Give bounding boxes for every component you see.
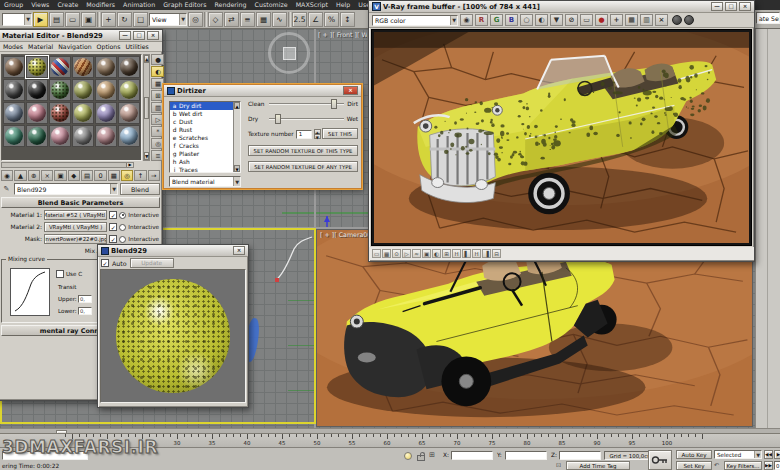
material-id-channel-icon[interactable]: 0: [94, 170, 106, 181]
y-coordinate-field[interactable]: [505, 451, 547, 460]
material-slot[interactable]: [118, 79, 140, 101]
menu-views[interactable]: Views: [27, 0, 53, 10]
me-menu-utilities[interactable]: Utilities: [123, 43, 150, 50]
vfb-status-icon[interactable]: ⊟: [492, 249, 501, 258]
make-unique-icon[interactable]: ◆: [68, 170, 80, 181]
select-object-icon[interactable]: ▶: [33, 12, 48, 27]
clear-image-icon[interactable]: ⊘: [565, 14, 578, 26]
material-slot[interactable]: [49, 56, 71, 78]
menu-create[interactable]: Create: [53, 0, 82, 10]
vfb-status-icon[interactable]: ▐: [482, 249, 491, 258]
parameter-value-button[interactable]: VRayMtl ( VRayMtl ): [44, 222, 107, 232]
align-icon[interactable]: ≡: [240, 12, 255, 27]
duplicate-buffer-icon[interactable]: ▭: [580, 14, 593, 26]
spline-curve-object[interactable]: [270, 232, 316, 286]
go-to-start-button[interactable]: ◀◀: [764, 450, 773, 459]
parameter-value-button[interactable]: Material #52 ( VRayMtl ): [44, 210, 107, 220]
absolute-offset-icon[interactable]: ⊞: [429, 451, 435, 459]
vfb-status-icon[interactable]: ◐: [432, 249, 441, 258]
key-filters-button[interactable]: Key Filters...: [724, 461, 762, 470]
layer-manager-icon[interactable]: ▦: [256, 12, 271, 27]
put-to-library-icon[interactable]: ▤: [81, 170, 93, 181]
material-slot[interactable]: [3, 79, 25, 101]
auto-key-button[interactable]: Auto Key: [676, 450, 712, 459]
dirt-type-ash[interactable]: hAsh: [170, 158, 240, 166]
interactive-radio[interactable]: [119, 236, 126, 243]
vfb-titlebar[interactable]: V V-Ray frame buffer - [100% of 784 x 44…: [369, 1, 754, 13]
show-map-in-viewport-icon[interactable]: ▦: [108, 170, 120, 181]
material-slot[interactable]: [95, 79, 117, 101]
window-crossing-icon[interactable]: ▣: [81, 12, 96, 27]
set-random-any-type-button[interactable]: SET RANDOM TEXTURE OF ANY TYPE: [248, 161, 358, 172]
material-type-button[interactable]: Blend: [120, 183, 160, 195]
scroll-up-icon[interactable]: ▲: [144, 55, 149, 63]
angle-snap-icon[interactable]: ∠: [308, 12, 323, 27]
track-mouse-icon[interactable]: +: [610, 14, 623, 26]
slider-handle[interactable]: [275, 114, 281, 124]
material-slot[interactable]: [72, 102, 94, 124]
reset-map-icon[interactable]: ×: [41, 170, 53, 181]
put-material-to-scene-icon[interactable]: ▲: [14, 170, 26, 181]
x-coordinate-field[interactable]: [451, 451, 493, 460]
dirt-type-scratches[interactable]: eScratches: [170, 134, 240, 142]
scrollbar-thumb[interactable]: [144, 97, 149, 119]
me-menu-options[interactable]: Options: [95, 43, 123, 50]
parameter-value-button[interactable]: (InvertPower)#22#0.jpg): [44, 234, 107, 244]
use-curve-checkbox[interactable]: [56, 270, 64, 278]
minimize-icon[interactable]: —: [119, 31, 131, 40]
dirt-type-cracks[interactable]: fCracks: [170, 142, 240, 150]
show-colors-icon[interactable]: ◉: [460, 14, 473, 26]
slots-scrollbar[interactable]: ▲ ▼: [143, 54, 150, 161]
me-menu-material[interactable]: Material: [26, 43, 55, 50]
update-button[interactable]: Update: [130, 258, 174, 268]
save-image-icon[interactable]: ▼: [550, 14, 563, 26]
vfb-status-icon[interactable]: H: [452, 249, 461, 258]
vfb-round-button[interactable]: [684, 15, 694, 25]
use-pivot-center-icon[interactable]: ◎: [188, 12, 203, 27]
region-render-icon[interactable]: ▦: [625, 14, 638, 26]
scroll-right-icon[interactable]: ▶: [126, 163, 133, 167]
material-slot[interactable]: [49, 125, 71, 147]
material-slot[interactable]: [72, 56, 94, 78]
blend-preview-titlebar[interactable]: Blend929 ×: [98, 245, 248, 257]
current-frame-field[interactable]: 0: [774, 461, 780, 470]
go-forward-to-sibling-icon[interactable]: →: [148, 170, 160, 181]
selection-lock-icon[interactable]: [417, 455, 425, 461]
texture-number-spinner[interactable]: ▲▼: [314, 129, 321, 139]
selection-filter-dropdown[interactable]: ▼: [2, 13, 32, 26]
set-key-button[interactable]: Set Key: [676, 461, 712, 470]
set-this-button[interactable]: SET THIS: [322, 128, 358, 139]
dirt-type-wet-dirt[interactable]: bWet dirt: [170, 110, 240, 118]
dirt-type-dry-dirt[interactable]: aDry dirt: [170, 102, 240, 110]
auto-checkbox[interactable]: ✓: [101, 259, 109, 267]
scroll-up-icon[interactable]: ▲: [234, 102, 240, 109]
dirt-type-dust[interactable]: cDust: [170, 118, 240, 126]
vfb-status-icon[interactable]: ≈: [412, 249, 421, 258]
scroll-down-icon[interactable]: ▼: [234, 165, 240, 172]
select-by-name-icon[interactable]: ▤: [49, 12, 64, 27]
parameter-checkbox[interactable]: ✓: [109, 235, 117, 243]
material-slot[interactable]: [49, 102, 71, 124]
dirt-type-traces[interactable]: iTraces: [170, 166, 240, 173]
snap-toggle-icon[interactable]: 2.5: [292, 12, 307, 27]
vfb-round-button[interactable]: [672, 15, 682, 25]
channel-dropdown[interactable]: RGB color▼: [372, 15, 458, 26]
material-editor-titlebar[interactable]: Material Editor - Blend929 — □ ×: [0, 30, 162, 42]
scroll-down-icon[interactable]: ▼: [144, 152, 149, 160]
material-slot[interactable]: [118, 56, 140, 78]
alpha-channel-icon[interactable]: ○: [520, 14, 533, 26]
material-slot[interactable]: [26, 125, 48, 147]
set-random-this-type-button[interactable]: SET RANDOM TEXTURE OF THIS TYPE: [248, 145, 358, 156]
vfb-status-icon[interactable]: ▷: [402, 249, 411, 258]
go-to-parent-icon[interactable]: ↑: [134, 170, 146, 181]
reference-coordinate-dropdown[interactable]: View▼: [149, 13, 187, 26]
menu-group[interactable]: Group: [0, 0, 27, 10]
interactive-radio[interactable]: [119, 224, 126, 231]
time-tag-icon[interactable]: ⊡: [556, 461, 561, 468]
vfb-status-icon[interactable]: ▣: [422, 249, 431, 258]
vfb-status-icon[interactable]: ⊞: [442, 249, 451, 258]
material-slot[interactable]: [26, 79, 48, 101]
dirt-type-rust[interactable]: dRust: [170, 126, 240, 134]
menu-help[interactable]: Help: [332, 0, 354, 10]
interactive-radio[interactable]: [119, 212, 126, 219]
